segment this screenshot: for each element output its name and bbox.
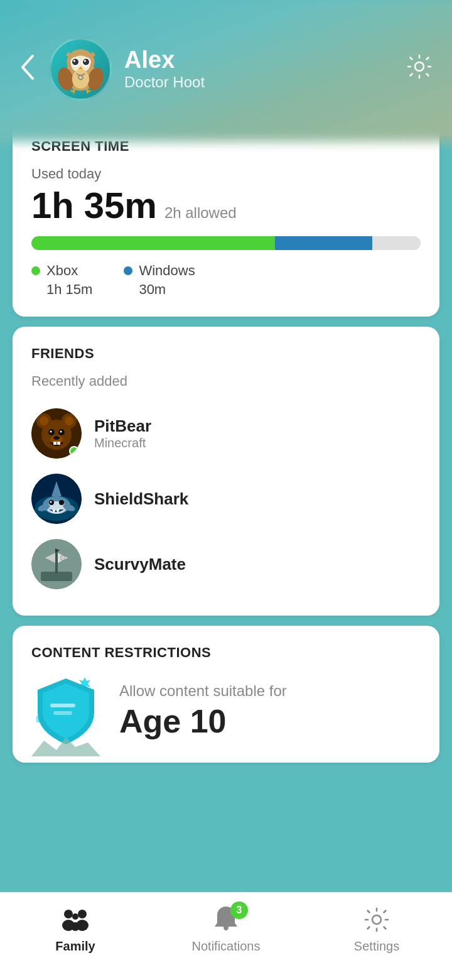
settings-icon-wrap [361, 905, 392, 934]
bell-icon-wrap: 3 [210, 905, 242, 934]
scroll-content: SCREEN TIME Used today 1h 35m 2h allowed… [0, 113, 452, 892]
back-button[interactable] [19, 53, 36, 85]
user-subtitle: Doctor Hoot [124, 74, 406, 91]
time-display: 1h 35m 2h allowed [31, 187, 421, 224]
scurvymate-info: ScurvyMate [94, 555, 421, 574]
settings-button[interactable] [406, 53, 433, 85]
nav-notifications-label: Notifications [192, 939, 261, 954]
svg-point-5 [73, 60, 75, 62]
user-name: Alex [124, 47, 406, 74]
content-body: Allow content suitable for Age 10 [31, 672, 421, 750]
svg-point-28 [53, 436, 60, 440]
friends-title: FRIENDS [31, 346, 421, 362]
svg-point-26 [60, 431, 62, 433]
pitbear-game: Minecraft [94, 436, 421, 450]
shieldshark-avatar [31, 474, 82, 524]
svg-point-60 [372, 915, 381, 924]
scurvymate-avatar [31, 539, 82, 589]
svg-point-38 [50, 501, 52, 503]
legend-windows: Windows 30m [124, 263, 195, 298]
friends-card: FRIENDS Recently added [13, 327, 439, 616]
shieldshark-name: ShieldShark [94, 489, 421, 509]
windows-dot [124, 266, 132, 275]
progress-bar [31, 236, 421, 250]
family-icon-wrap [60, 905, 91, 934]
time-legend: Xbox 1h 15m Windows 30m [31, 263, 421, 298]
content-restrictions-card: CONTENT RESTRICTIONS [13, 626, 439, 763]
svg-point-22 [65, 416, 73, 425]
svg-point-54 [64, 910, 73, 918]
svg-rect-51 [50, 704, 75, 707]
header: Alex Doctor Hoot [0, 0, 452, 113]
svg-point-58 [72, 913, 78, 920]
settings-nav-icon [363, 906, 390, 934]
legend-xbox: Xbox 1h 15m [31, 263, 92, 298]
screen-time-card: SCREEN TIME Used today 1h 35m 2h allowed… [13, 119, 439, 317]
xbox-label: Xbox [31, 263, 92, 279]
svg-point-56 [78, 910, 87, 918]
svg-point-20 [40, 416, 48, 425]
nav-family-label: Family [55, 939, 95, 954]
avatar [49, 38, 112, 101]
bottom-nav: Family 3 Notifications Settings [0, 892, 452, 980]
user-info: Alex Doctor Hoot [124, 47, 406, 91]
friend-pitbear[interactable]: PitBear Minecraft [31, 401, 421, 466]
svg-point-8 [83, 60, 85, 62]
pitbear-info: PitBear Minecraft [94, 416, 421, 450]
content-age-label: Age 10 [119, 702, 421, 740]
shield-container [31, 672, 107, 750]
content-text: Allow content suitable for Age 10 [119, 682, 421, 740]
scurvymate-name: ScurvyMate [94, 555, 421, 574]
friend-scurvymate[interactable]: ScurvyMate [31, 531, 421, 597]
svg-marker-53 [31, 738, 100, 756]
windows-time: 30m [124, 281, 195, 298]
pitbear-avatar [31, 408, 82, 459]
nav-settings[interactable]: Settings [301, 902, 452, 954]
family-icon [61, 908, 90, 932]
windows-label-text: Windows [139, 263, 195, 279]
content-restrictions-title: CONTENT RESTRICTIONS [31, 645, 421, 661]
svg-rect-29 [53, 442, 56, 445]
progress-xbox [31, 236, 275, 250]
nav-family[interactable]: Family [0, 902, 151, 954]
nav-settings-label: Settings [354, 939, 399, 954]
svg-point-16 [415, 62, 424, 71]
svg-point-59 [71, 922, 80, 931]
pitbear-name: PitBear [94, 416, 421, 436]
progress-windows [275, 236, 372, 250]
xbox-label-text: Xbox [46, 263, 78, 279]
svg-rect-45 [55, 552, 58, 574]
windows-label: Windows [124, 263, 195, 279]
time-main: 1h 35m [31, 187, 157, 224]
svg-point-7 [82, 58, 89, 65]
svg-rect-52 [53, 711, 72, 715]
svg-point-4 [72, 58, 78, 65]
time-allowed: 2h allowed [164, 204, 237, 222]
recently-added-label: Recently added [31, 373, 421, 389]
notifications-badge: 3 [230, 901, 248, 919]
nav-notifications[interactable]: 3 Notifications [151, 902, 301, 954]
svg-point-37 [59, 500, 64, 505]
shieldshark-info: ShieldShark [94, 489, 421, 509]
svg-rect-30 [57, 442, 60, 445]
svg-point-25 [50, 431, 52, 433]
xbox-time: 1h 15m [31, 281, 92, 298]
used-today-label: Used today [31, 166, 421, 182]
content-allow-label: Allow content suitable for [119, 682, 421, 700]
friend-shieldshark[interactable]: ShieldShark [31, 466, 421, 531]
xbox-dot [31, 266, 40, 275]
svg-point-49 [60, 555, 65, 560]
pitbear-online-dot [69, 446, 79, 456]
